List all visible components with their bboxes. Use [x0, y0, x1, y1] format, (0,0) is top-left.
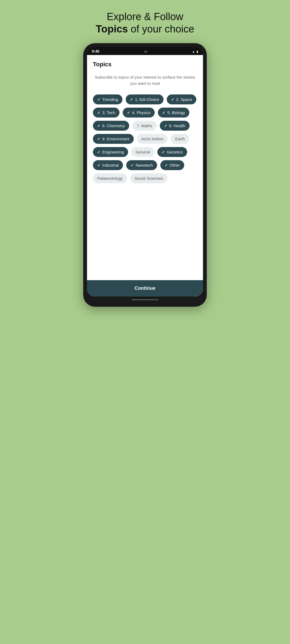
chip-label: Industrial	[102, 163, 119, 167]
chip-label: 3. Tech	[102, 110, 115, 115]
headline-rest: of your choice	[128, 23, 194, 35]
chip-label: Nanotech	[136, 163, 153, 167]
chip-palaeontology[interactable]: Palaeontology	[93, 173, 127, 183]
chip-label: Engineering	[102, 150, 124, 154]
subtitle: Subscribe to topics of your interest to …	[93, 74, 197, 86]
check-icon: ✓	[97, 163, 100, 167]
headline-line2: Topics of your choice	[96, 23, 194, 35]
chip-label: Arch/ Anthro	[141, 137, 164, 141]
chip-nanotech[interactable]: ✓Nanotech	[126, 160, 157, 170]
continue-button[interactable]: Continue	[87, 280, 203, 297]
check-icon: ✓	[97, 150, 100, 154]
chip-biology[interactable]: ✓5. Biology	[158, 108, 189, 118]
check-icon: ✓	[130, 97, 133, 102]
screen: Topics Subscribe to topics of your inter…	[87, 55, 203, 297]
chip-trending[interactable]: ✓Trending	[93, 94, 122, 104]
home-indicator	[87, 297, 203, 303]
check-icon: ✓	[97, 124, 100, 128]
check-icon: ✓	[97, 137, 100, 141]
check-icon: ✓	[162, 111, 165, 115]
chip-environment[interactable]: ✓9. Environment	[93, 134, 134, 144]
chip-label: 1. Edi-Choice	[135, 97, 159, 102]
check-icon: ✓	[171, 97, 174, 102]
chip-label: Palaeontology	[97, 176, 123, 181]
chip-maths[interactable]: 7. Maths	[132, 121, 157, 131]
check-icon: ✓	[127, 111, 130, 115]
chip-label: 9. Environment	[102, 137, 129, 141]
chip-label: 5. Biology	[167, 110, 185, 115]
chip-arch-anthro[interactable]: Arch/ Anthro	[137, 134, 168, 144]
check-icon: ✓	[97, 97, 100, 102]
chip-label: Other	[170, 163, 180, 167]
check-icon: ✓	[97, 111, 100, 115]
chip-genetics[interactable]: ✓Genetics	[157, 147, 187, 157]
screen-inner: Topics Subscribe to topics of your inter…	[87, 55, 203, 280]
chip-engineering[interactable]: ✓Engineering	[93, 147, 128, 157]
chip-label: 4. Physics	[132, 110, 150, 115]
chip-label: Trending	[102, 97, 118, 102]
screen-title: Topics	[93, 61, 197, 68]
home-bar	[132, 299, 158, 300]
chip-label: 7. Maths	[137, 123, 152, 128]
chip-label: Social Sciences	[135, 176, 163, 181]
check-icon: ✓	[165, 163, 168, 167]
chip-earth[interactable]: Earth	[171, 134, 189, 144]
status-logo: ω	[144, 49, 147, 53]
chip-general[interactable]: General	[131, 147, 154, 157]
headline-bold: Topics	[96, 23, 128, 35]
battery-icon	[197, 49, 198, 53]
chip-label: 2. Space	[176, 97, 192, 102]
chip-label: Genetics	[167, 150, 183, 154]
headline-line1: Explore & Follow	[96, 11, 194, 23]
outer-wrapper: Explore & Follow Topics of your choice 9…	[73, 0, 218, 320]
chip-industrial[interactable]: ✓Industrial	[93, 160, 123, 170]
chip-social-sciences[interactable]: Social Sciences	[130, 173, 167, 183]
chip-health[interactable]: ✓8. Health	[160, 121, 190, 131]
check-icon: ✓	[130, 163, 134, 167]
check-icon: ✓	[162, 150, 165, 154]
chip-physics[interactable]: ✓4. Physics	[123, 108, 155, 118]
check-icon: ✓	[164, 124, 167, 128]
status-bar: 9:46 ω	[87, 47, 203, 55]
chip-label: 6. Chemistry	[102, 123, 125, 128]
phone-frame: 9:46 ω Topics Subscribe to topics of you…	[83, 43, 207, 307]
status-icons	[192, 49, 198, 53]
chip-other[interactable]: ✓Other	[160, 160, 184, 170]
chip-label: General	[136, 150, 150, 154]
wifi-icon	[192, 49, 195, 53]
chip-label: 8. Health	[169, 123, 185, 128]
chip-label: Earth	[175, 137, 185, 141]
chip-chemistry[interactable]: ✓6. Chemistry	[93, 121, 129, 131]
headline: Explore & Follow Topics of your choice	[96, 11, 194, 35]
topics-container: ✓Trending✓1. Edi-Choice✓2. Space✓3. Tech…	[93, 94, 197, 183]
status-time: 9:46	[92, 49, 99, 53]
chip-tech[interactable]: ✓3. Tech	[93, 108, 119, 118]
chip-edi-choice[interactable]: ✓1. Edi-Choice	[126, 94, 164, 104]
chip-space[interactable]: ✓2. Space	[167, 94, 196, 104]
